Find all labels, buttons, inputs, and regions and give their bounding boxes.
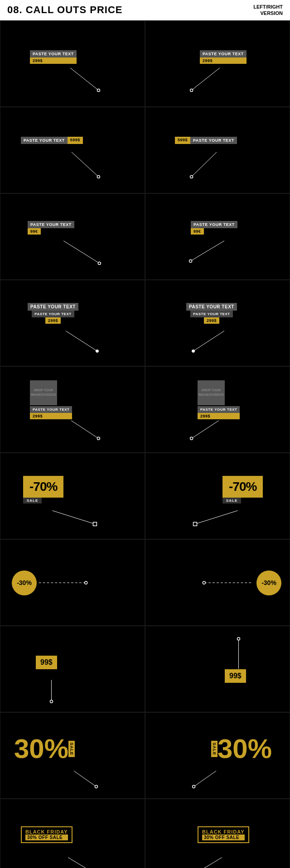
callout-r6c1: -70% SALE xyxy=(23,476,63,504)
price-label: 599$ xyxy=(68,137,83,144)
cell-r7c1: -30% xyxy=(0,539,145,626)
cell-r10c2: BLACK FRIDAY 30% OFF SALE xyxy=(145,799,290,868)
svg-point-9 xyxy=(98,262,101,264)
svg-point-5 xyxy=(97,175,100,178)
price-tag: 99$ xyxy=(225,669,246,683)
text-label: PASTE YOUR TEXT xyxy=(28,221,74,228)
sale-label: SALE xyxy=(222,498,241,504)
callout-r8c2: 99$ xyxy=(225,669,246,683)
svg-point-3 xyxy=(190,89,193,91)
discount-badge: -70% xyxy=(23,476,63,498)
price-label: 299$ xyxy=(30,58,77,64)
cell-r5c1: DROP YOURIMAGES/VIDEOS PASTE YOUR TEXT 2… xyxy=(0,366,145,453)
callout-r9c2: SALE 30% xyxy=(211,735,272,762)
cell-r3c2: PASTE YOUR TEXT 99€ xyxy=(145,193,290,280)
svg-line-34 xyxy=(194,771,216,786)
big-percent: 30% xyxy=(218,735,272,762)
cell-r4c2: PASTE YOUR TEXT PASTE YOUR TEXT 299$ xyxy=(145,280,290,366)
callout-r8c1: 99$ xyxy=(36,656,57,669)
callout-r6c2: -70% SALE xyxy=(222,476,263,504)
callout-r9c1: 30% SALE xyxy=(14,735,75,762)
svg-point-29 xyxy=(50,700,53,703)
svg-line-10 xyxy=(191,240,224,261)
svg-rect-21 xyxy=(93,522,97,526)
svg-line-8 xyxy=(63,240,99,263)
svg-line-12 xyxy=(66,331,97,351)
image-placeholder: DROP YOURIMAGES/VIDEOS xyxy=(198,380,225,405)
svg-point-11 xyxy=(189,259,192,262)
price-label: 299$ xyxy=(30,413,72,419)
text-label: PASTE YOUR TEXT xyxy=(191,221,237,228)
cell-r9c1: 30% SALE xyxy=(0,712,145,799)
cell-r1c1: PASTE YOUR TEXT 299$ xyxy=(0,20,145,107)
cell-r4c1: PASTE YOUR TEXT PASTE YOUR TEXT 299$ xyxy=(0,280,145,366)
discount-badge: -70% xyxy=(222,476,263,498)
circle-discount: -30% xyxy=(256,571,281,595)
main-grid: PASTE YOUR TEXT 299$ PASTE YOUR TEXT 299… xyxy=(0,20,290,868)
svg-line-22 xyxy=(195,510,238,524)
subtext-label: PASTE YOUR TEXT xyxy=(32,311,74,317)
blackfriday-box: BLACK FRIDAY 30% OFF SALE xyxy=(21,826,72,843)
price-label: 599$ xyxy=(175,137,190,144)
text-label: PASTE YOUR TEXT xyxy=(190,137,237,144)
cell-r6c2: -70% SALE xyxy=(145,453,290,539)
callout-r10c1: BLACK FRIDAY 30% OFF SALE xyxy=(21,826,72,843)
sale-vertical: SALE xyxy=(211,741,218,757)
cell-r10c1: BLACK FRIDAY 30% OFF SALE xyxy=(0,799,145,868)
svg-point-1 xyxy=(97,89,100,91)
text-label: PASTE YOUR TEXT xyxy=(30,406,72,413)
cell-r1c2: PASTE YOUR TEXT 299$ xyxy=(145,20,290,107)
price-label: 299$ xyxy=(204,317,219,324)
callout-r7c1: -30% xyxy=(12,571,37,595)
svg-rect-23 xyxy=(193,522,197,526)
price-label: 299$ xyxy=(45,317,61,324)
blackfriday-sub: 30% OFF SALE xyxy=(25,834,68,840)
callout-r4c2: PASTE YOUR TEXT PASTE YOUR TEXT 299$ xyxy=(186,303,237,324)
svg-line-20 xyxy=(52,510,95,524)
cell-r8c2: 99$ xyxy=(145,626,290,712)
svg-point-15 xyxy=(192,349,195,352)
cell-r7c2: -30% xyxy=(145,539,290,626)
svg-point-35 xyxy=(193,785,195,788)
price-tag: 99$ xyxy=(36,656,57,669)
blackfriday-title: BLACK FRIDAY xyxy=(25,829,68,834)
callout-r5c2: DROP YOURIMAGES/VIDEOS PASTE YOUR TEXT 2… xyxy=(198,380,240,419)
circle-discount: -30% xyxy=(12,571,37,595)
svg-line-0 xyxy=(70,67,98,90)
svg-point-17 xyxy=(97,437,100,440)
svg-point-19 xyxy=(190,437,193,440)
svg-line-36 xyxy=(68,857,96,868)
blackfriday-box: BLACK FRIDAY 30% OFF SALE xyxy=(198,826,249,843)
svg-line-38 xyxy=(194,857,222,868)
text-label: PASTE YOUR TEXT xyxy=(30,50,77,58)
text-label: PASTE YOUR TEXT xyxy=(200,50,246,58)
price-label: 299$ xyxy=(198,413,240,419)
cell-r5c2: DROP YOURIMAGES/VIDEOS PASTE YOUR TEXT 2… xyxy=(145,366,290,453)
image-placeholder: DROP YOURIMAGES/VIDEOS xyxy=(30,380,57,405)
cell-r3c1: PASTE YOUR TEXT 99€ xyxy=(0,193,145,280)
svg-line-16 xyxy=(71,420,98,438)
callout-r3c2: PASTE YOUR TEXT 99€ xyxy=(191,221,237,235)
version-label: LEFT/RIGHT VERSION xyxy=(253,4,283,17)
sale-vertical: SALE xyxy=(68,741,75,757)
cell-r6c1: -70% SALE xyxy=(0,453,145,539)
svg-point-33 xyxy=(95,785,97,788)
svg-line-18 xyxy=(192,420,219,438)
callout-r2c1: PASTE YOUR TEXT 599$ xyxy=(21,137,83,144)
svg-point-25 xyxy=(85,581,87,584)
cell-r8c1: 99$ xyxy=(0,626,145,712)
text-label: PASTE YOUR TEXT xyxy=(186,303,237,311)
price-label: 99€ xyxy=(191,228,204,235)
callout-r10c2: BLACK FRIDAY 30% OFF SALE xyxy=(198,826,249,843)
svg-line-2 xyxy=(192,67,220,90)
svg-point-13 xyxy=(96,349,99,352)
callout-r2c2: 599$ PASTE YOUR TEXT xyxy=(175,137,237,144)
text-label: PASTE YOUR TEXT xyxy=(198,406,240,413)
sale-label: SALE xyxy=(23,498,42,504)
subtext-label: PASTE YOUR TEXT xyxy=(190,311,232,317)
blackfriday-title: BLACK FRIDAY xyxy=(202,829,245,834)
price-label: 99€ xyxy=(28,228,41,235)
cell-r2c1: PASTE YOUR TEXT 599$ xyxy=(0,107,145,193)
callout-r3c1: PASTE YOUR TEXT 99€ xyxy=(28,221,74,235)
svg-line-32 xyxy=(74,771,96,786)
